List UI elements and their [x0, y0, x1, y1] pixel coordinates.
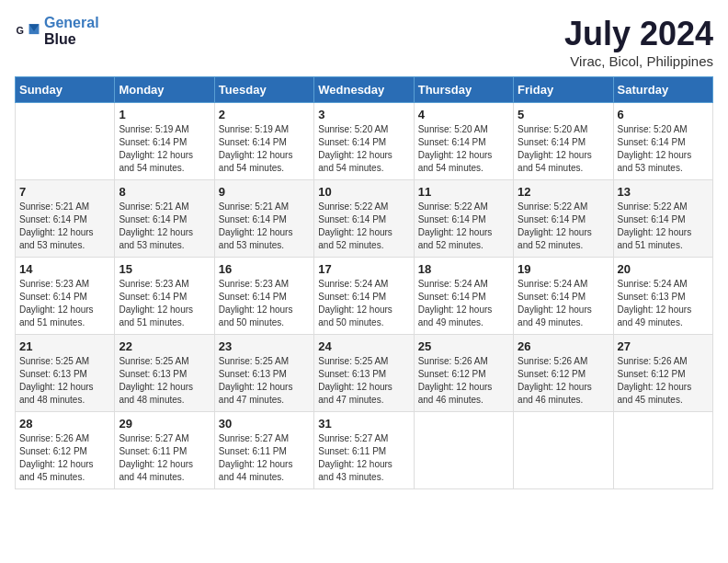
week-row-3: 14Sunrise: 5:23 AM Sunset: 6:14 PM Dayli…	[16, 258, 713, 335]
weekday-header-tuesday: Tuesday	[214, 77, 313, 103]
calendar-cell: 4Sunrise: 5:20 AM Sunset: 6:14 PM Daylig…	[414, 103, 513, 180]
day-info: Sunrise: 5:22 AM Sunset: 6:14 PM Dayligh…	[418, 201, 509, 252]
day-number: 3	[318, 108, 409, 121]
day-info: Sunrise: 5:27 AM Sunset: 6:11 PM Dayligh…	[318, 432, 409, 484]
day-number: 4	[418, 108, 509, 121]
day-info: Sunrise: 5:21 AM Sunset: 6:14 PM Dayligh…	[219, 201, 310, 252]
day-number: 31	[318, 417, 409, 431]
day-info: Sunrise: 5:19 AM Sunset: 6:14 PM Dayligh…	[119, 123, 210, 175]
svg-text:G: G	[17, 25, 24, 36]
logo-text-general: General	[44, 15, 99, 30]
calendar-cell: 16Sunrise: 5:23 AM Sunset: 6:14 PM Dayli…	[214, 258, 313, 335]
calendar-cell: 22Sunrise: 5:25 AM Sunset: 6:13 PM Dayli…	[115, 335, 214, 412]
day-number: 14	[19, 262, 110, 276]
day-number: 13	[618, 185, 709, 199]
title-block: July 2024 Virac, Bicol, Philippines	[564, 15, 713, 69]
day-number: 23	[219, 339, 310, 353]
weekday-header-monday: Monday	[115, 77, 214, 103]
day-info: Sunrise: 5:22 AM Sunset: 6:14 PM Dayligh…	[618, 201, 709, 252]
day-number: 20	[618, 262, 709, 276]
week-row-5: 28Sunrise: 5:26 AM Sunset: 6:12 PM Dayli…	[16, 412, 713, 489]
weekday-header-wednesday: Wednesday	[314, 77, 414, 103]
day-number: 6	[618, 108, 709, 121]
weekday-header-row: SundayMondayTuesdayWednesdayThursdayFrid…	[16, 77, 713, 103]
day-number: 28	[19, 417, 110, 431]
day-info: Sunrise: 5:24 AM Sunset: 6:14 PM Dayligh…	[418, 278, 509, 329]
day-info: Sunrise: 5:22 AM Sunset: 6:14 PM Dayligh…	[518, 201, 609, 252]
day-number: 19	[518, 262, 609, 276]
day-info: Sunrise: 5:25 AM Sunset: 6:13 PM Dayligh…	[119, 355, 210, 407]
day-number: 11	[418, 185, 509, 199]
day-number: 9	[219, 185, 310, 199]
day-number: 21	[19, 339, 110, 353]
day-info: Sunrise: 5:20 AM Sunset: 6:14 PM Dayligh…	[618, 123, 709, 175]
day-number: 5	[518, 108, 609, 121]
day-info: Sunrise: 5:26 AM Sunset: 6:12 PM Dayligh…	[418, 355, 509, 407]
day-number: 26	[518, 339, 609, 353]
calendar-cell: 18Sunrise: 5:24 AM Sunset: 6:14 PM Dayli…	[414, 258, 513, 335]
calendar-cell: 6Sunrise: 5:20 AM Sunset: 6:14 PM Daylig…	[613, 103, 712, 180]
calendar-cell: 20Sunrise: 5:24 AM Sunset: 6:13 PM Dayli…	[613, 258, 712, 335]
day-info: Sunrise: 5:23 AM Sunset: 6:14 PM Dayligh…	[119, 278, 210, 329]
day-info: Sunrise: 5:25 AM Sunset: 6:13 PM Dayligh…	[318, 355, 409, 407]
day-number: 18	[418, 262, 509, 276]
month-year-title: July 2024	[564, 15, 713, 53]
day-info: Sunrise: 5:25 AM Sunset: 6:13 PM Dayligh…	[19, 355, 110, 407]
day-number: 1	[119, 108, 210, 121]
day-number: 22	[119, 339, 210, 353]
day-number: 24	[318, 339, 409, 353]
day-info: Sunrise: 5:23 AM Sunset: 6:14 PM Dayligh…	[19, 278, 110, 329]
weekday-header-friday: Friday	[514, 77, 613, 103]
day-number: 8	[119, 185, 210, 199]
calendar-cell: 3Sunrise: 5:20 AM Sunset: 6:14 PM Daylig…	[314, 103, 414, 180]
day-number: 16	[219, 262, 310, 276]
calendar-cell: 17Sunrise: 5:24 AM Sunset: 6:14 PM Dayli…	[314, 258, 414, 335]
calendar-cell: 31Sunrise: 5:27 AM Sunset: 6:11 PM Dayli…	[314, 412, 414, 489]
calendar-cell: 28Sunrise: 5:26 AM Sunset: 6:12 PM Dayli…	[16, 412, 115, 489]
calendar-cell: 5Sunrise: 5:20 AM Sunset: 6:14 PM Daylig…	[514, 103, 613, 180]
day-info: Sunrise: 5:27 AM Sunset: 6:11 PM Dayligh…	[219, 432, 310, 484]
calendar-cell: 24Sunrise: 5:25 AM Sunset: 6:13 PM Dayli…	[314, 335, 414, 412]
calendar-cell: 9Sunrise: 5:21 AM Sunset: 6:14 PM Daylig…	[214, 180, 313, 258]
calendar-cell: 19Sunrise: 5:24 AM Sunset: 6:14 PM Dayli…	[514, 258, 613, 335]
calendar-cell: 11Sunrise: 5:22 AM Sunset: 6:14 PM Dayli…	[414, 180, 513, 258]
calendar-cell: 8Sunrise: 5:21 AM Sunset: 6:14 PM Daylig…	[115, 180, 214, 258]
day-info: Sunrise: 5:21 AM Sunset: 6:14 PM Dayligh…	[119, 201, 210, 252]
day-number: 17	[318, 262, 409, 276]
day-number: 27	[618, 339, 709, 353]
day-info: Sunrise: 5:24 AM Sunset: 6:13 PM Dayligh…	[618, 278, 709, 329]
calendar-cell: 15Sunrise: 5:23 AM Sunset: 6:14 PM Dayli…	[115, 258, 214, 335]
logo-text-blue: Blue	[44, 31, 76, 47]
calendar-cell	[613, 412, 712, 489]
calendar-cell: 27Sunrise: 5:26 AM Sunset: 6:12 PM Dayli…	[613, 335, 712, 412]
week-row-2: 7Sunrise: 5:21 AM Sunset: 6:14 PM Daylig…	[16, 180, 713, 258]
calendar-cell: 29Sunrise: 5:27 AM Sunset: 6:11 PM Dayli…	[115, 412, 214, 489]
calendar-cell: 7Sunrise: 5:21 AM Sunset: 6:14 PM Daylig…	[16, 180, 115, 258]
day-info: Sunrise: 5:22 AM Sunset: 6:14 PM Dayligh…	[318, 201, 409, 252]
calendar-cell: 14Sunrise: 5:23 AM Sunset: 6:14 PM Dayli…	[16, 258, 115, 335]
day-number: 15	[119, 262, 210, 276]
calendar-cell: 23Sunrise: 5:25 AM Sunset: 6:13 PM Dayli…	[214, 335, 313, 412]
calendar-cell: 21Sunrise: 5:25 AM Sunset: 6:13 PM Dayli…	[16, 335, 115, 412]
logo: G General Blue	[15, 15, 99, 47]
calendar-table: SundayMondayTuesdayWednesdayThursdayFrid…	[15, 76, 713, 489]
calendar-cell	[414, 412, 513, 489]
calendar-cell	[16, 103, 115, 180]
day-info: Sunrise: 5:23 AM Sunset: 6:14 PM Dayligh…	[219, 278, 310, 329]
logo-icon: G	[15, 18, 40, 44]
calendar-cell: 2Sunrise: 5:19 AM Sunset: 6:14 PM Daylig…	[214, 103, 313, 180]
day-info: Sunrise: 5:27 AM Sunset: 6:11 PM Dayligh…	[119, 432, 210, 484]
day-number: 2	[219, 108, 310, 121]
day-number: 25	[418, 339, 509, 353]
day-info: Sunrise: 5:26 AM Sunset: 6:12 PM Dayligh…	[518, 355, 609, 407]
calendar-cell: 13Sunrise: 5:22 AM Sunset: 6:14 PM Dayli…	[613, 180, 712, 258]
day-number: 30	[219, 417, 310, 431]
calendar-cell: 1Sunrise: 5:19 AM Sunset: 6:14 PM Daylig…	[115, 103, 214, 180]
calendar-cell: 10Sunrise: 5:22 AM Sunset: 6:14 PM Dayli…	[314, 180, 414, 258]
day-info: Sunrise: 5:20 AM Sunset: 6:14 PM Dayligh…	[318, 123, 409, 175]
day-info: Sunrise: 5:26 AM Sunset: 6:12 PM Dayligh…	[618, 355, 709, 407]
week-row-4: 21Sunrise: 5:25 AM Sunset: 6:13 PM Dayli…	[16, 335, 713, 412]
day-info: Sunrise: 5:24 AM Sunset: 6:14 PM Dayligh…	[318, 278, 409, 329]
location-subtitle: Virac, Bicol, Philippines	[564, 53, 713, 69]
calendar-cell	[514, 412, 613, 489]
